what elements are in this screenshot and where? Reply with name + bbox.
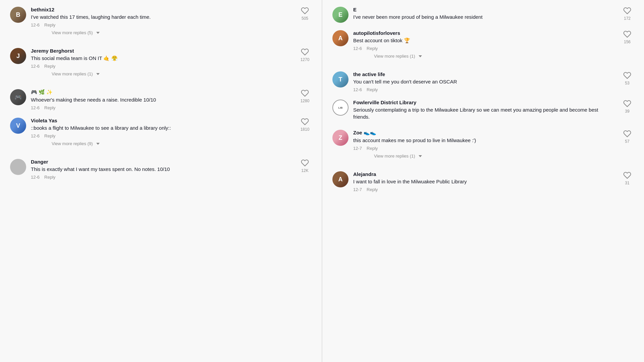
- like-count: 57: [625, 139, 629, 144]
- heart-icon[interactable]: [623, 30, 631, 38]
- comment-item: 🎮🎮 🌿 ✨Whoever's making these needs a rai…: [10, 89, 312, 110]
- view-more-replies[interactable]: View more replies (1): [52, 71, 293, 76]
- comment-text: Seriously contemplating a trip to the Mi…: [353, 106, 616, 120]
- avatar: A: [332, 30, 348, 46]
- heart-icon[interactable]: [301, 118, 309, 126]
- comment-content: bethnix12I've watched this 17 times, lau…: [31, 7, 293, 41]
- view-more-text: View more replies (1): [374, 54, 415, 59]
- comment-username[interactable]: Alejandra: [353, 171, 616, 177]
- comment-meta: 12-6Reply: [31, 175, 293, 180]
- comment-date: 12-6: [31, 22, 40, 27]
- view-more-text: View more replies (5): [52, 30, 93, 35]
- left-comment-column: Bbethnix12I've watched this 17 times, la…: [0, 0, 322, 362]
- heart-icon[interactable]: [623, 100, 631, 108]
- comment-date: 12-6: [31, 64, 40, 69]
- comment-text: I've watched this 17 times, laughing har…: [31, 13, 293, 20]
- comment-username[interactable]: Violeta Yas: [31, 118, 293, 123]
- comment-date: 12-7: [353, 146, 362, 151]
- heart-icon[interactable]: [301, 159, 309, 167]
- reply-button[interactable]: Reply: [367, 187, 378, 192]
- comment-username[interactable]: bethnix12: [31, 7, 293, 12]
- like-count: 505: [302, 16, 308, 21]
- comment-text: You can't tell me you don't deserve an O…: [353, 78, 616, 85]
- avatar: E: [332, 7, 348, 23]
- comment-username[interactable]: the active life: [353, 71, 616, 77]
- comment-date: 12-6: [31, 175, 40, 180]
- like-section: 53: [621, 71, 634, 85]
- comment-content: Zoe 👟👟this account makes me so proud to …: [353, 130, 616, 164]
- heart-icon[interactable]: [623, 71, 631, 79]
- comment-username[interactable]: Jeremy Berghorst: [31, 48, 293, 54]
- comment-item: LIBFowlerville District LibrarySeriously…: [332, 100, 634, 122]
- view-more-replies[interactable]: View more replies (9): [52, 141, 293, 146]
- avatar: LIB: [332, 100, 348, 116]
- heart-icon[interactable]: [623, 171, 631, 179]
- reply-button[interactable]: Reply: [44, 64, 55, 69]
- view-more-replies[interactable]: View more replies (5): [52, 30, 293, 35]
- comment-username[interactable]: autopilotisforlovers: [353, 30, 616, 36]
- view-more-text: View more replies (1): [374, 154, 415, 159]
- like-count: 1280: [301, 99, 310, 103]
- avatar: A: [332, 171, 348, 187]
- comment-meta: 12-6Reply: [31, 133, 293, 138]
- comment-date: 12-6: [353, 87, 362, 92]
- comment-date: 12-7: [353, 187, 362, 192]
- heart-icon[interactable]: [301, 7, 309, 15]
- reply-button[interactable]: Reply: [44, 175, 55, 180]
- comment-item: AautopilotisforloversBest account on tik…: [332, 30, 634, 64]
- chevron-down-icon: [96, 143, 100, 145]
- like-section: 39: [621, 100, 634, 114]
- reply-button[interactable]: Reply: [44, 105, 55, 110]
- like-section: 172: [621, 7, 634, 21]
- right-comment-column: EEI've never been more proud of being a …: [322, 0, 644, 362]
- comment-username[interactable]: Fowlerville District Library: [353, 100, 616, 105]
- like-section: 31: [621, 171, 634, 185]
- comment-text: This social media team is ON IT 🤙 😤: [31, 55, 293, 62]
- avatar: Z: [332, 130, 348, 146]
- reply-button[interactable]: Reply: [367, 146, 378, 151]
- reply-button[interactable]: Reply: [367, 87, 378, 92]
- comment-username[interactable]: Danger: [31, 159, 293, 165]
- comment-meta: 12-7Reply: [353, 146, 616, 151]
- heart-icon[interactable]: [623, 7, 631, 15]
- reply-button[interactable]: Reply: [44, 22, 55, 27]
- comment-content: EI've never been more proud of being a M…: [353, 7, 616, 22]
- comment-content: Jeremy BerghorstThis social media team i…: [31, 48, 293, 82]
- avatar: J: [10, 48, 26, 64]
- comment-content: the active lifeYou can't tell me you don…: [353, 71, 616, 92]
- heart-icon[interactable]: [301, 89, 309, 97]
- comment-username[interactable]: 🎮 🌿 ✨: [31, 89, 293, 95]
- avatar: [10, 159, 26, 175]
- like-section: 1280: [298, 89, 312, 103]
- reply-button[interactable]: Reply: [44, 133, 55, 138]
- heart-icon[interactable]: [623, 130, 631, 138]
- comment-username[interactable]: Zoe 👟👟: [353, 130, 616, 136]
- comment-item: ZZoe 👟👟this account makes me so proud to…: [332, 130, 634, 164]
- comment-text: Best account on tiktok 🏆: [353, 37, 616, 44]
- comment-content: DangerThis is exactly what I want my tax…: [31, 159, 293, 180]
- reply-button[interactable]: Reply: [367, 46, 378, 51]
- view-more-replies[interactable]: View more replies (1): [374, 154, 616, 159]
- chevron-down-icon: [419, 155, 422, 157]
- comment-date: 12-6: [31, 133, 40, 138]
- view-more-replies[interactable]: View more replies (1): [374, 54, 616, 59]
- like-section: 1810: [298, 118, 312, 132]
- comment-text: Whoever's making these needs a raise. In…: [31, 96, 293, 103]
- comment-meta: 12-6Reply: [31, 64, 293, 69]
- comment-meta: 12-7Reply: [353, 187, 616, 192]
- avatar: 🎮: [10, 89, 26, 105]
- comment-date: 12-6: [31, 105, 40, 110]
- avatar: V: [10, 118, 26, 134]
- comment-content: 🎮 🌿 ✨Whoever's making these needs a rais…: [31, 89, 293, 110]
- like-section: 12K: [298, 159, 312, 173]
- avatar: B: [10, 7, 26, 23]
- chevron-down-icon: [96, 32, 100, 34]
- comment-meta: 12-6Reply: [31, 105, 293, 110]
- comment-item: DangerThis is exactly what I want my tax…: [10, 159, 312, 180]
- view-more-text: View more replies (1): [52, 71, 93, 76]
- like-count: 156: [624, 40, 631, 44]
- comment-username[interactable]: E: [353, 7, 616, 12]
- comment-text: I've never been more proud of being a Mi…: [353, 13, 616, 20]
- like-count: 1810: [301, 127, 310, 132]
- heart-icon[interactable]: [301, 48, 309, 56]
